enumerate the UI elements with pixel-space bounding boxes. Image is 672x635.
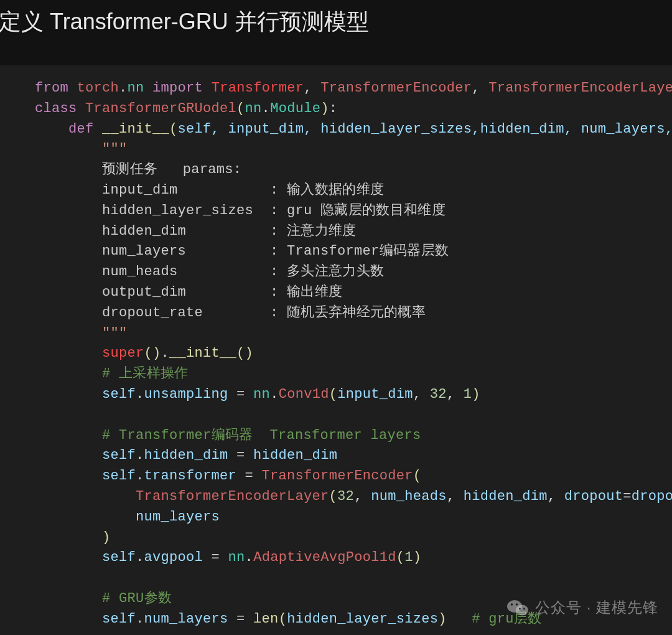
docparam-input_dim: input_dim : 输入数据的维度 — [35, 182, 384, 198]
code-line-conv1d: self.unsampling = nn.Conv1d(input_dim, 3… — [35, 387, 480, 402]
code-line-docend: """ — [35, 326, 128, 341]
code-line-numlayers-arg: num_layers — [35, 509, 220, 525]
code-line-1: from torch.nn import Transformer, Transf… — [35, 80, 672, 96]
code-line-5: 预测任务 params: — [35, 162, 241, 177]
svg-point-3 — [516, 603, 518, 605]
svg-point-2 — [511, 603, 513, 605]
svg-point-1 — [516, 605, 528, 616]
code-comment-upsample: # 上采样操作 — [35, 366, 189, 382]
docparam-hidden_layer_sizes: hidden_layer_sizes : gru 隐藏层的数目和维度 — [35, 203, 446, 219]
docparam-num_heads: num_heads : 多头注意力头数 — [35, 264, 384, 280]
wechat-icon — [506, 598, 529, 617]
page-title: 定义 Transformer-GRU 并行预测模型 — [0, 5, 369, 39]
code-line-2: class TransformerGRUodel(nn.Module): — [35, 101, 337, 116]
title-bar: 定义 Transformer-GRU 并行预测模型 — [0, 0, 672, 65]
code-line-avgpool: self.avgpool = nn.AdaptiveAvgPool1d(1) — [35, 550, 421, 565]
code-line-enclayer: TransformerEncoderLayer(32, num_heads, h… — [35, 489, 672, 504]
svg-point-4 — [519, 608, 521, 610]
code-line-super: super().__init__() — [35, 346, 253, 361]
svg-point-5 — [523, 608, 525, 610]
code-block: from torch.nn import Transformer, Transf… — [0, 65, 672, 630]
page: 定义 Transformer-GRU 并行预测模型 from torch.nn … — [0, 0, 672, 635]
watermark-text: 公众号 · 建模先锋 — [535, 596, 658, 619]
code-line-transformerenc: self.transformer = TransformerEncoder( — [35, 468, 421, 484]
wechat-watermark: 公众号 · 建模先锋 — [506, 596, 658, 619]
docparam-output_dim: output_dim : 输出维度 — [35, 285, 342, 300]
docparam-num_layers: num_layers : Transformer编码器层数 — [35, 243, 449, 259]
docparam-hidden_dim: hidden_dim : 注意力维度 — [35, 223, 357, 239]
docparam-dropout_rate: dropout_rate : 随机丢弃神经元的概率 — [35, 305, 426, 321]
code-comment-transformer: # Transformer编码器 Transformer layers — [35, 428, 421, 443]
code-comment-gru: # GRU参数 — [35, 591, 172, 606]
code-line-closeparen: ) — [35, 530, 111, 545]
code-line-numlayers: self.num_layers = len(hidden_layer_sizes… — [35, 611, 541, 627]
code-line-4: """ — [35, 141, 128, 157]
code-line-3: def __init__(self, input_dim, hidden_lay… — [35, 121, 672, 137]
code-line-hiddendim: self.hidden_dim = hidden_dim — [35, 448, 337, 463]
